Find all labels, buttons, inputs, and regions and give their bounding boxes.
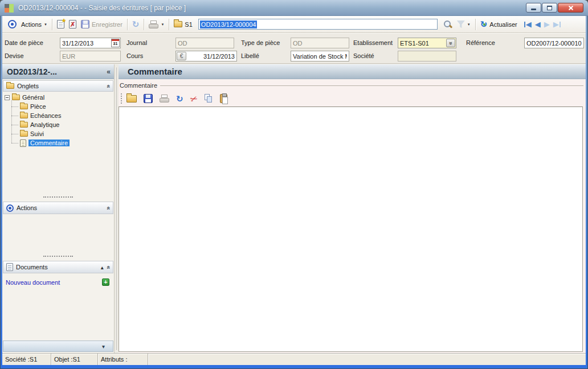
save-button[interactable]: Enregistrer [79, 19, 125, 30]
tree-node-echeances[interactable]: Echéances [11, 111, 113, 120]
chevron-double-up-icon: « [105, 84, 111, 88]
workspace: OD2013/12-... « Onglets « Général [2, 64, 586, 353]
filter-button[interactable]: ▼ [455, 19, 473, 29]
home-button[interactable] [6, 19, 19, 30]
sidebar-title-bar: OD2013/12-... « [2, 64, 114, 79]
refresh-circle-icon: ↻ [480, 20, 488, 28]
cours-label: Cours [126, 51, 143, 62]
section-splitter[interactable] [2, 196, 114, 198]
actualiser-button[interactable]: ↻ Actualiser [478, 19, 520, 30]
window-content: Actions ▼ ★ ✗ Enregistrer ↻ ▼ [2, 16, 586, 365]
chevron-double-up-icon: « [105, 265, 111, 269]
app-icon [5, 3, 14, 13]
devise-label: Devise [5, 51, 24, 62]
chevron-down-icon: ▼ [44, 23, 47, 26]
cut-icon[interactable]: ✂ [189, 93, 198, 104]
groupbox-label: Commentaire [120, 82, 157, 89]
tree-node-suivi[interactable]: Suivi [11, 129, 113, 138]
date-piece-input[interactable]: 31/12/2013 31 [60, 38, 121, 48]
sidebar-scroll-down[interactable]: ▾ [3, 341, 113, 352]
copy-icon[interactable] [204, 94, 213, 103]
nav-first-button[interactable]: ◀ [524, 20, 532, 28]
open-icon[interactable] [126, 95, 137, 102]
cours-input[interactable]: € 31/12/2013 [175, 51, 237, 62]
main-panel-header: Commentaire [119, 64, 586, 79]
status-objet: Objet :S1 [51, 354, 98, 365]
nav-previous-button[interactable]: ◀ [535, 20, 541, 28]
folder-s1-button[interactable]: S1 [172, 20, 194, 29]
actions-label: Actions [21, 21, 42, 28]
calendar-icon[interactable]: 31 [111, 39, 120, 47]
red-x-icon: ✗ [70, 20, 76, 28]
page-title: Commentaire [128, 67, 182, 76]
status-bar: Société :S1 Objet :S1 Attributs : [2, 353, 586, 365]
tree-node-commentaire[interactable]: Commentaire [11, 138, 113, 147]
date-piece-label: Date de pièce [5, 38, 43, 48]
new-button[interactable]: ★ [55, 19, 67, 30]
journal-label: Journal [126, 38, 147, 48]
section-documents-header[interactable]: Documents ▴ « [3, 261, 113, 273]
section-splitter[interactable] [2, 256, 114, 257]
nav-next-button[interactable]: ▶ [544, 20, 550, 28]
minimize-button[interactable] [526, 3, 541, 13]
sidebar-splitter[interactable] [115, 64, 119, 353]
separator [144, 19, 144, 30]
societe-input[interactable] [398, 51, 456, 62]
document-code-input[interactable]: OD2013/12-000004 [198, 19, 438, 30]
main-panel: Commentaire Commentaire ↻ ✂ [119, 64, 586, 353]
separator [127, 19, 128, 30]
section-actions-header[interactable]: Actions « [3, 202, 113, 214]
save-icon [81, 20, 89, 28]
actions-section-label: Actions [17, 204, 104, 211]
nav-last-button[interactable]: ▶ [553, 20, 561, 28]
libelle-input[interactable]: Variation de Stock M [291, 51, 349, 62]
search-button[interactable] [441, 19, 455, 30]
euro-icon[interactable]: € [177, 52, 186, 60]
collapse-node-icon[interactable] [5, 95, 10, 100]
main-toolbar: Actions ▼ ★ ✗ Enregistrer ↻ ▼ [2, 16, 586, 33]
maximize-button[interactable] [542, 3, 557, 13]
collapse-sidebar-icon[interactable]: « [103, 68, 114, 76]
new-document-link[interactable]: Nouveau document [6, 279, 60, 286]
title-bar: OD2013/12-000004 - - Saisie des écriture… [0, 0, 588, 16]
tree-node-analytique[interactable]: Analytique [11, 120, 113, 129]
documents-icon [6, 263, 13, 271]
close-button[interactable] [558, 3, 583, 13]
societe-label: Société [353, 51, 374, 62]
save-icon[interactable] [144, 94, 153, 103]
separator [475, 19, 476, 30]
section-onglets-header[interactable]: Onglets « [3, 80, 113, 92]
documents-section-label: Documents [16, 264, 98, 270]
comment-toolbar: ↻ ✂ [119, 89, 586, 106]
status-societe: Société :S1 [2, 354, 51, 365]
libelle-label: Libellé [241, 51, 259, 62]
printer-icon[interactable] [160, 95, 169, 102]
document-icon [20, 140, 26, 147]
refresh-button[interactable]: ↻ [130, 19, 142, 30]
filter-icon [457, 20, 465, 28]
actions-menu-button[interactable]: Actions ▼ [19, 20, 50, 29]
sidebar-title: OD2013/12-... [2, 67, 103, 76]
paste-icon[interactable] [220, 94, 227, 103]
comment-textarea[interactable] [119, 106, 583, 352]
tree-node-label: Analytique [30, 121, 59, 128]
tree-node-general[interactable]: Général [5, 93, 113, 102]
refresh-icon[interactable]: ↻ [176, 95, 183, 103]
tree-node-piece[interactable]: Pièce [11, 102, 113, 111]
etablissement-combo[interactable]: ETS1-S01 « [398, 38, 456, 48]
combo-dropdown-button[interactable]: « [446, 39, 455, 47]
folder-icon [12, 95, 20, 100]
target-icon [8, 20, 17, 28]
add-document-button[interactable]: + [102, 278, 109, 286]
chevron-double-up-icon: « [105, 206, 111, 210]
status-attributs: Attributs : [98, 354, 148, 365]
new-document-icon: ★ [57, 20, 64, 28]
print-button[interactable]: ▼ [146, 19, 166, 30]
delete-button[interactable]: ✗ [67, 19, 79, 30]
nav-next-icon: ▶ [544, 20, 550, 28]
search-icon [443, 20, 452, 29]
type-piece-label: Type de pièce [241, 38, 280, 48]
reference-input[interactable]: OD2007/12-000010 [524, 38, 584, 48]
record-navigation: ◀ ◀ ▶ ▶ [524, 20, 561, 28]
folder-icon [20, 104, 28, 109]
